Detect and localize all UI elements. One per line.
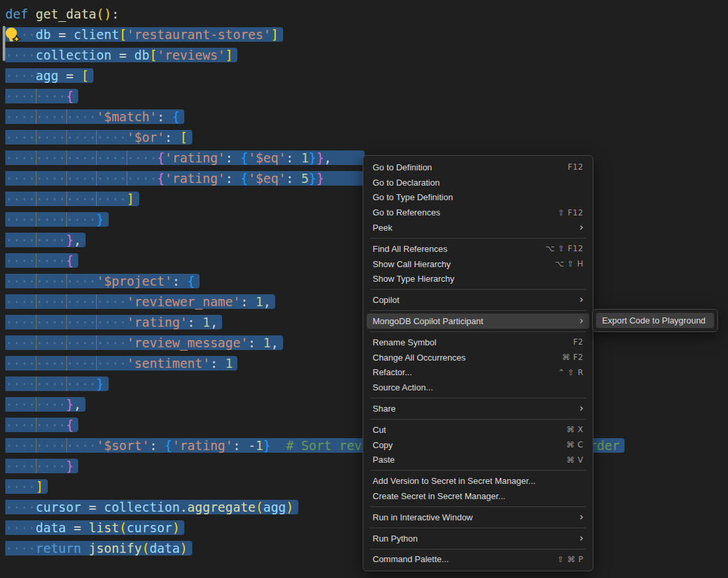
selection-highlight: ············'$match': { <box>5 109 184 124</box>
indent-whitespace: ···· <box>5 233 36 247</box>
code-token: 1 <box>301 150 308 165</box>
code-line[interactable]: ············'$match': { <box>5 107 728 127</box>
indent-whitespace: ···· <box>66 335 97 350</box>
indent-whitespace: ···· <box>5 171 36 186</box>
menu-item-label: Copy <box>373 440 393 450</box>
selection-highlight: ········{ <box>5 253 78 268</box>
code-token: def <box>5 7 28 21</box>
indent-whitespace: ···· <box>36 171 66 186</box>
indent-whitespace: ···· <box>36 438 66 453</box>
code-token: ] <box>271 27 278 42</box>
menu-item-shortcut: ⌘ V <box>566 455 583 465</box>
menu-item-command-palette[interactable]: Command Palette...⇧ ⌘ P <box>367 552 589 567</box>
menu-item-label: Rename Symbol <box>373 337 436 347</box>
menu-item-find-all-references[interactable]: Find All References⌥ ⇧ F12 <box>367 241 589 257</box>
indent-whitespace: ···· <box>66 376 97 391</box>
lightbulb-sparkle-glyph <box>4 27 21 44</box>
menu-item-show-type-hierarchy[interactable]: Show Type Hierarchy <box>367 272 589 287</box>
code-token: : <box>164 130 180 144</box>
menu-item-label: Command Palette... <box>373 554 449 564</box>
code-line[interactable]: ····collection = db['reviews'] <box>5 45 728 66</box>
code-token: ] <box>225 48 233 62</box>
code-token: = <box>58 68 81 83</box>
menu-item-create-secret-in-secret-manager[interactable]: Create Secret in Secret Manager... <box>367 489 589 504</box>
code-token: : <box>233 438 248 453</box>
code-token: ) <box>104 7 111 21</box>
menu-separator <box>370 331 586 332</box>
code-token: collection <box>36 48 111 62</box>
menu-item-shortcut: ⌘ C <box>566 440 583 449</box>
code-token: 5 <box>301 171 308 186</box>
code-token: . <box>180 500 187 514</box>
menu-item-go-to-definition[interactable]: Go to DefinitionF12 <box>367 160 589 175</box>
code-token: 'rating' <box>127 315 188 329</box>
code-token: list <box>89 520 119 535</box>
menu-item-mongodb-copilot-participant[interactable]: MongoDB Copilot Participant› <box>367 314 589 329</box>
menu-item-label: Source Action... <box>373 382 433 392</box>
menu-item-run-python[interactable]: Run Python› <box>367 531 589 546</box>
code-line[interactable]: ····db = client['restaurant-stores'] <box>5 25 728 45</box>
code-line[interactable]: ····agg = [ <box>5 66 728 86</box>
menu-item-export-code-to-playground[interactable]: Export Code to Playground <box>596 313 714 328</box>
menu-item-label: Go to Declaration <box>373 178 440 188</box>
code-line[interactable]: def get_data(): <box>5 4 728 25</box>
code-token <box>271 438 286 453</box>
menu-item-copy[interactable]: Copy⌘ C <box>367 437 589 453</box>
menu-item-label: Export Code to Playground <box>602 316 705 325</box>
code-line[interactable]: ········{ <box>5 86 728 107</box>
selection-highlight: ········} <box>5 459 78 473</box>
code-token: , <box>74 397 81 412</box>
menu-item-go-to-references[interactable]: Go to References⇧ F12 <box>367 205 589 220</box>
code-token: , <box>324 150 332 165</box>
menu-separator <box>370 470 586 471</box>
code-token: jsonify <box>89 541 142 555</box>
menu-item-label: MongoDB Copilot Participant <box>373 316 483 326</box>
menu-item-add-version-to-secret-in-secret-manager[interactable]: Add Version to Secret in Secret Manager.… <box>367 473 589 489</box>
code-token: } <box>96 212 103 227</box>
code-token: { <box>66 253 74 268</box>
code-token: , <box>74 233 81 247</box>
code-token: ( <box>256 500 263 514</box>
code-token: ) <box>180 541 187 555</box>
menu-item-shortcut: F2 <box>573 337 583 347</box>
indent-whitespace: ···· <box>66 356 97 371</box>
code-token: ) <box>286 500 293 514</box>
indent-whitespace: ···· <box>5 500 36 514</box>
indent-whitespace: ···· <box>5 459 36 473</box>
menu-item-copilot[interactable]: Copilot› <box>367 292 589 308</box>
code-token: ] <box>127 192 134 206</box>
code-token: [ <box>149 48 156 62</box>
code-token: get_data <box>36 7 97 21</box>
code-line[interactable]: ················'$or': [ <box>5 127 728 148</box>
menu-item-source-action[interactable]: Source Action... <box>367 380 589 395</box>
editor-context-menu: Go to DefinitionF12Go to DeclarationGo t… <box>363 155 593 571</box>
menu-item-show-call-hierarchy[interactable]: Show Call Hierarchy⌥ ⇧ H <box>367 257 589 272</box>
indent-whitespace: ···· <box>36 335 66 350</box>
menu-item-rename-symbol[interactable]: Rename SymbolF2 <box>367 335 589 350</box>
menu-item-refactor[interactable]: Refactor...⌃ ⇧ R <box>367 365 589 380</box>
indent-whitespace: ···· <box>36 294 66 309</box>
menu-item-share[interactable]: Share› <box>367 401 589 416</box>
selection-highlight: ················] <box>5 192 139 206</box>
copilot-lightbulb-icon[interactable] <box>4 27 21 44</box>
indent-whitespace: ···· <box>36 192 66 206</box>
menu-item-go-to-declaration[interactable]: Go to Declaration <box>367 175 589 190</box>
menu-item-run-in-interactive-window[interactable]: Run in Interactive Window› <box>367 510 589 525</box>
submenu-chevron-icon: › <box>579 295 583 305</box>
indent-whitespace: ···· <box>36 109 66 124</box>
menu-item-label: Go to Definition <box>373 162 432 172</box>
menu-item-cut[interactable]: Cut⌘ X <box>367 422 589 437</box>
menu-item-go-to-type-definition[interactable]: Go to Type Definition <box>367 190 589 205</box>
menu-separator <box>370 506 586 507</box>
menu-item-change-all-occurrences[interactable]: Change All Occurrences⌘ F2 <box>367 350 589 365</box>
code-token: = <box>81 500 103 514</box>
menu-item-paste[interactable]: Paste⌘ V <box>367 453 589 468</box>
code-token: 'sentiment' <box>127 356 210 371</box>
menu-item-peek[interactable]: Peek› <box>367 220 589 235</box>
indent-whitespace: ···· <box>66 171 97 186</box>
code-token: : <box>111 7 119 21</box>
code-token: { <box>157 171 164 186</box>
indent-whitespace: ···· <box>96 315 127 329</box>
menu-item-label: Cut <box>373 425 386 435</box>
menu-item-label: Peek <box>373 223 393 233</box>
